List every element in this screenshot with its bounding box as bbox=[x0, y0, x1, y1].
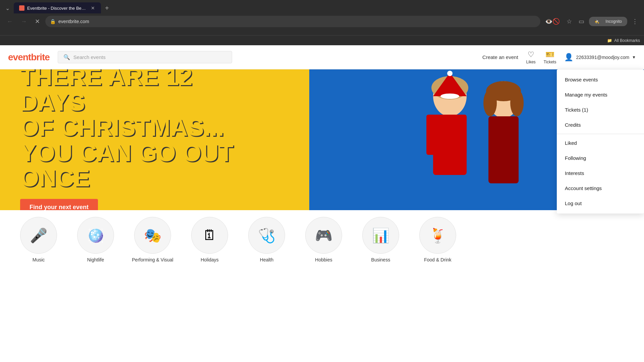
eventbrite-navbar: eventbrite 🔍 Search events Create an eve… bbox=[0, 45, 644, 69]
eye-slash-icon: 👁️‍🚫 bbox=[543, 16, 562, 26]
dropdown-item-tickets-(1)[interactable]: Tickets (1) bbox=[557, 102, 644, 117]
more-menu-icon[interactable]: ⋮ bbox=[630, 16, 640, 26]
dropdown-item-log-out[interactable]: Log out bbox=[557, 196, 644, 211]
bookmarks-label: All Bookmarks bbox=[614, 38, 640, 43]
dropdown-item-credits[interactable]: Credits bbox=[557, 117, 644, 132]
tickets-label: Tickets bbox=[544, 60, 556, 64]
eventbrite-logo[interactable]: eventbrite bbox=[8, 52, 50, 63]
dropdown-item-following[interactable]: Following bbox=[557, 150, 644, 166]
tab-title: Eventbrite - Discover the Best L bbox=[27, 6, 88, 11]
reload-btn[interactable]: ✕ bbox=[32, 16, 43, 26]
navbar-actions: Create an event ♡ Likes 🎫 Tickets 👤 2263… bbox=[482, 50, 636, 64]
address-bar[interactable]: 🔒 eventbrite.com bbox=[45, 16, 540, 27]
browser-tabs: ⌄ Eventbrite - Discover the Best L ✕ + bbox=[0, 0, 644, 13]
dropdown-item-interests[interactable]: Interests bbox=[557, 166, 644, 181]
search-bar[interactable]: 🔍 Search events bbox=[58, 51, 232, 63]
likes-btn[interactable]: ♡ Likes bbox=[526, 50, 536, 64]
tab-close-btn[interactable]: ✕ bbox=[90, 5, 96, 11]
tab-switcher[interactable]: ⌄ bbox=[3, 4, 12, 13]
likes-label: Likes bbox=[526, 60, 536, 64]
dropdown-item-liked[interactable]: Liked bbox=[557, 135, 644, 150]
browser-chrome: ⌄ Eventbrite - Discover the Best L ✕ + ←… bbox=[0, 0, 644, 35]
bookmarks-folder[interactable]: 📁 All Bookmarks bbox=[607, 38, 640, 43]
user-email: 22633391@moodjoy.com bbox=[576, 55, 629, 60]
ticket-icon: 🎫 bbox=[545, 50, 554, 59]
new-tab-btn[interactable]: + bbox=[102, 3, 112, 13]
address-text: eventbrite.com bbox=[58, 19, 536, 24]
website-content: eventbrite 🔍 Search events Create an eve… bbox=[0, 45, 644, 362]
dropdown-item-account-settings[interactable]: Account settings bbox=[557, 181, 644, 196]
incognito-label: Incognito bbox=[603, 18, 624, 25]
user-avatar-icon: 👤 bbox=[564, 53, 573, 62]
folder-icon: 📁 bbox=[607, 38, 612, 43]
forward-btn[interactable]: → bbox=[18, 17, 30, 26]
star-icon[interactable]: ☆ bbox=[565, 16, 574, 26]
toolbar-actions: 👁️‍🚫 ☆ ▭ 🕵 Incognito ⋮ bbox=[543, 16, 640, 26]
create-event-link[interactable]: Create an event bbox=[482, 54, 518, 60]
user-menu-btn[interactable]: 👤 22633391@moodjoy.com ▼ bbox=[564, 53, 636, 62]
bookmarks-bar: 📁 All Bookmarks bbox=[0, 35, 644, 45]
active-tab[interactable]: Eventbrite - Discover the Best L ✕ bbox=[14, 2, 101, 14]
tab-favicon bbox=[19, 5, 24, 11]
dropdown-item-manage-my-events[interactable]: Manage my events bbox=[557, 87, 644, 102]
lock-icon: 🔒 bbox=[50, 19, 56, 24]
incognito-badge: 🕵 Incognito bbox=[589, 17, 627, 26]
search-input[interactable]: Search events bbox=[73, 54, 106, 60]
search-icon: 🔍 bbox=[63, 54, 70, 60]
dropdown-item-browse-events[interactable]: Browse events bbox=[557, 72, 644, 87]
tickets-btn[interactable]: 🎫 Tickets bbox=[544, 50, 556, 64]
user-dropdown-menu: Browse eventsManage my eventsTickets (1)… bbox=[557, 69, 644, 214]
incognito-icon: 🕵 bbox=[592, 18, 601, 25]
page-overlay bbox=[0, 69, 557, 362]
profile-icon[interactable]: ▭ bbox=[577, 16, 586, 26]
dropdown-divider bbox=[557, 134, 644, 134]
back-btn[interactable]: ← bbox=[4, 17, 15, 26]
chevron-down-icon: ▼ bbox=[632, 55, 636, 60]
heart-icon: ♡ bbox=[528, 50, 534, 59]
browser-toolbar: ← → ✕ 🔒 eventbrite.com 👁️‍🚫 ☆ ▭ 🕵 Incogn… bbox=[0, 13, 644, 29]
